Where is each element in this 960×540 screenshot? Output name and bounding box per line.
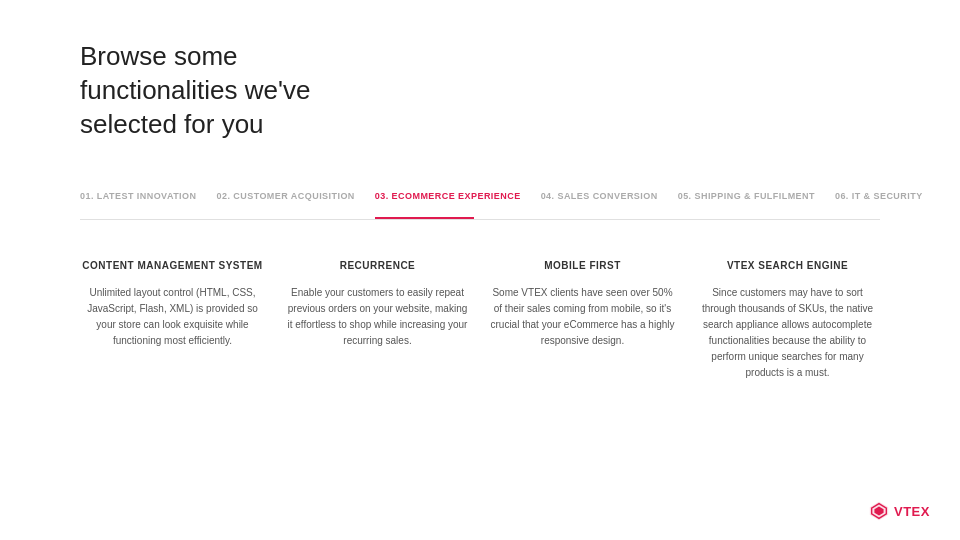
vtex-logo-icon <box>868 500 890 522</box>
vtex-logo: VTEX <box>868 500 930 522</box>
col-recurrence-title: RECURRENCE <box>285 260 470 271</box>
tabs-row: 01. LATEST INNOVATION 02. CUSTOMER ACQUI… <box>80 191 880 220</box>
page-wrapper: Browse some functionalities we've select… <box>0 0 960 411</box>
tab-01[interactable]: 01. LATEST INNOVATION <box>80 191 216 209</box>
vtex-logo-text: VTEX <box>894 504 930 519</box>
tab-06[interactable]: 06. IT & SECURITY <box>835 191 943 209</box>
tab-04[interactable]: 04. SALES CONVERSION <box>541 191 678 209</box>
col-mobile-title: MOBILE FIRST <box>490 260 675 271</box>
col-search-title: VTEX SEARCH ENGINE <box>695 260 880 271</box>
tab-02[interactable]: 02. CUSTOMER ACQUISITION <box>216 191 374 209</box>
page-title: Browse some functionalities we've select… <box>80 40 880 141</box>
col-recurrence-body: Enable your customers to easily repeat p… <box>285 285 470 349</box>
columns-row: CONTENT MANAGEMENT SYSTEM Unlimited layo… <box>80 260 880 381</box>
col-cms-title: CONTENT MANAGEMENT SYSTEM <box>80 260 265 271</box>
col-cms-body: Unlimited layout control (HTML, CSS, Jav… <box>80 285 265 349</box>
col-mobile-body: Some VTEX clients have seen over 50% of … <box>490 285 675 349</box>
col-cms: CONTENT MANAGEMENT SYSTEM Unlimited layo… <box>80 260 285 381</box>
tab-03[interactable]: 03. ECOMMERCE EXPERIENCE <box>375 191 541 209</box>
col-recurrence: RECURRENCE Enable your customers to easi… <box>285 260 490 381</box>
col-search: VTEX SEARCH ENGINE Since customers may h… <box>695 260 880 381</box>
tab-05[interactable]: 05. SHIPPING & FULFILMENT <box>678 191 835 209</box>
col-mobile: MOBILE FIRST Some VTEX clients have seen… <box>490 260 695 381</box>
col-search-body: Since customers may have to sort through… <box>695 285 880 381</box>
